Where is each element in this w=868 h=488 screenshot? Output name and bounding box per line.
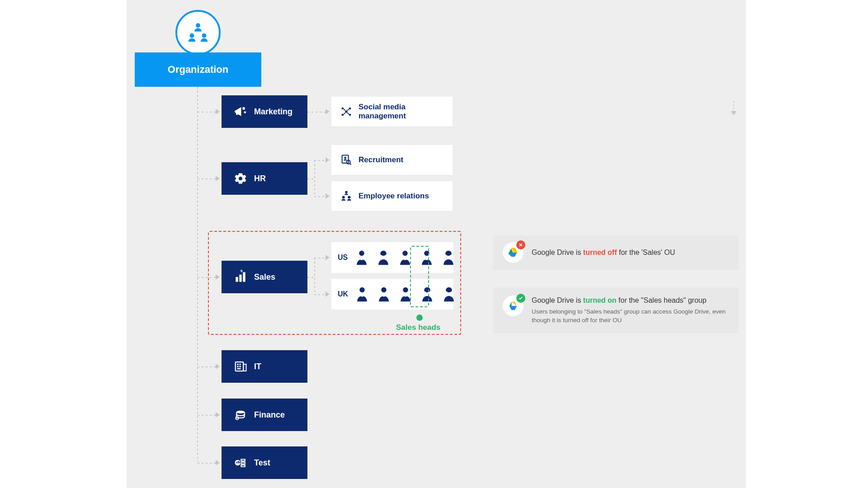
dept-test: Test	[222, 446, 307, 479]
connector-line	[314, 258, 326, 258]
sub-social-media: Social media management	[331, 97, 453, 127]
connector-line	[198, 366, 216, 367]
it-icon	[232, 358, 249, 375]
connector-arrow	[216, 109, 220, 114]
svg-rect-43	[240, 462, 241, 464]
svg-rect-42	[238, 461, 239, 463]
dept-test-label: Test	[254, 458, 270, 468]
dept-hr: HR	[222, 162, 307, 195]
connector-line	[314, 196, 326, 197]
svg-point-23	[403, 251, 408, 256]
connector-arrow	[216, 274, 220, 280]
connector-arrow	[216, 364, 220, 369]
person-icon	[441, 249, 456, 266]
svg-rect-19	[243, 272, 245, 282]
test-icon	[232, 455, 249, 471]
connector-line	[198, 112, 216, 113]
svg-point-2	[202, 33, 207, 38]
dept-it-label: IT	[254, 362, 261, 371]
dept-finance: $ Finance	[222, 399, 307, 431]
svg-text:$: $	[236, 417, 238, 420]
sub-employee-relations: Employee relations	[331, 181, 453, 211]
connector-arrow	[216, 412, 220, 418]
organization-label: Organization	[168, 64, 228, 75]
svg-point-14	[342, 196, 345, 199]
svg-point-10	[240, 177, 241, 179]
google-drive-icon	[503, 242, 524, 263]
sales-heads-label: Sales heads	[396, 323, 440, 332]
organization-icon	[175, 10, 221, 55]
person-icon	[376, 286, 392, 303]
marketing-icon	[232, 103, 249, 120]
status-off-text: turned off	[583, 249, 617, 256]
dept-it: IT	[222, 350, 307, 383]
svg-point-9	[345, 110, 347, 113]
svg-rect-33	[240, 364, 241, 365]
region-uk-label: UK	[338, 290, 348, 298]
connector-arrow	[326, 193, 330, 199]
svg-rect-34	[237, 366, 239, 367]
connector-line	[314, 258, 315, 295]
sub-recruitment-label: Recruitment	[359, 155, 403, 164]
connector-line	[314, 160, 326, 161]
sales-icon: $	[232, 269, 249, 285]
connector-line	[198, 178, 216, 179]
person-icon	[376, 249, 391, 266]
notice-drive-off: Google Drive is turned off for the 'Sale…	[493, 235, 739, 270]
dept-hr-label: HR	[254, 174, 266, 183]
sales-heads-dot	[416, 314, 423, 321]
person-icon	[354, 286, 370, 303]
svg-point-16	[345, 191, 348, 194]
svg-marker-50	[509, 306, 517, 310]
svg-point-6	[349, 108, 351, 110]
status-on-text: turned on	[583, 296, 617, 304]
status-on-badge-icon	[516, 294, 525, 303]
svg-rect-17	[236, 277, 238, 282]
connector-line	[307, 112, 326, 113]
connector-arrow	[326, 157, 330, 163]
svg-point-26	[359, 287, 364, 292]
connector-line	[198, 277, 216, 278]
sub-employee-relations-label: Employee relations	[359, 192, 429, 201]
svg-point-27	[381, 287, 386, 292]
svg-rect-18	[239, 275, 241, 282]
status-off-badge-icon	[516, 240, 525, 249]
svg-point-12	[344, 157, 346, 159]
connector-line	[307, 178, 314, 179]
svg-point-3	[242, 107, 245, 110]
connector-line	[314, 160, 315, 197]
notice-drive-on-detail: Users belonging to "Sales heads" group c…	[532, 308, 729, 325]
scroll-hint-icon	[731, 101, 736, 115]
dept-sales-label: Sales	[254, 272, 275, 282]
connector-arrow	[326, 291, 330, 297]
svg-text:$: $	[241, 270, 243, 273]
connector-arrow	[326, 109, 330, 114]
svg-point-4	[244, 111, 246, 113]
diagram-canvas: Organization Marketing Social media mana…	[127, 0, 746, 488]
sales-region-uk: UK	[331, 279, 453, 310]
dept-marketing: Marketing	[222, 95, 307, 128]
connector-line	[314, 294, 326, 295]
connector-line	[198, 415, 216, 416]
svg-rect-35	[240, 366, 241, 367]
svg-marker-48	[512, 302, 517, 306]
svg-point-15	[348, 196, 350, 199]
svg-rect-36	[237, 368, 241, 370]
connector-arrow	[326, 255, 330, 260]
connector-line	[197, 87, 198, 462]
svg-point-1	[190, 33, 194, 38]
svg-marker-47	[509, 253, 517, 257]
connector-line	[307, 277, 314, 278]
notice-drive-off-text: Google Drive is turned off for the 'Sale…	[532, 248, 675, 258]
svg-point-21	[359, 251, 364, 256]
svg-point-37	[236, 411, 245, 413]
sub-social-media-label: Social media management	[359, 103, 445, 121]
sales-region-us: US	[331, 242, 453, 273]
svg-rect-32	[237, 364, 239, 365]
svg-point-8	[349, 114, 351, 116]
organization-node: Organization	[135, 52, 261, 87]
google-drive-icon	[503, 296, 524, 316]
finance-icon: $	[232, 407, 249, 423]
connector-arrow	[216, 176, 220, 181]
dept-finance-label: Finance	[254, 410, 285, 420]
